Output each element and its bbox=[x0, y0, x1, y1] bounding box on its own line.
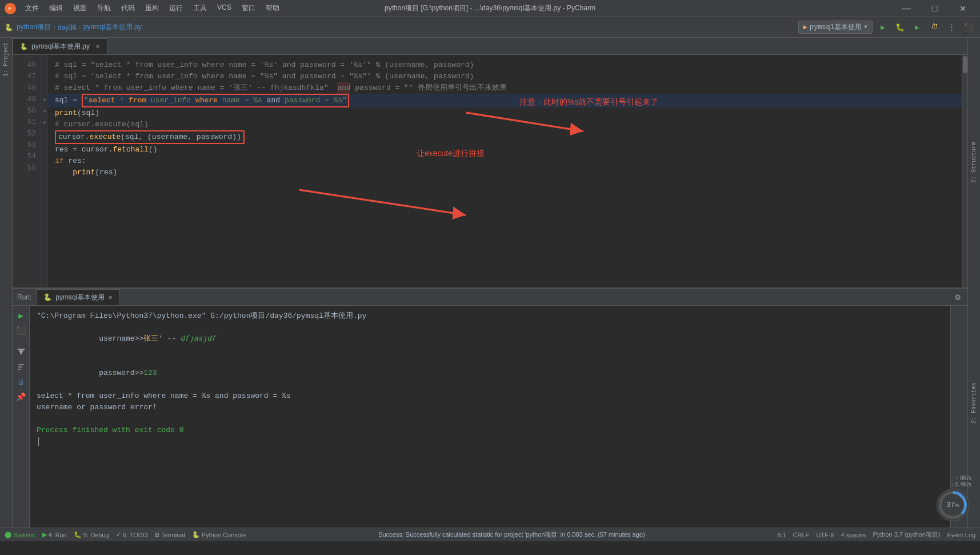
main-toolbar: 🐍 python项目 › day36 › pymsql基本使用.py ▶ pym… bbox=[0, 17, 980, 38]
coverage-button[interactable]: ▶ bbox=[910, 21, 924, 34]
app-icon: P bbox=[5, 3, 16, 14]
output-line-3: password>>123 bbox=[37, 356, 943, 390]
code-line-53: res = cursor.fetchall() bbox=[48, 144, 962, 155]
title-bar: P 文件 编辑 视图 导航 代码 重构 运行 工具 VCS 窗口 帮助 pyth… bbox=[0, 0, 980, 17]
memory-total: ↓ 0.4K/s bbox=[951, 481, 971, 488]
breadcrumb: 🐍 python项目 › day36 › pymsql基本使用.py bbox=[5, 22, 142, 32]
favorites-label[interactable]: 2: Favorites bbox=[971, 382, 977, 424]
menu-view[interactable]: 视图 bbox=[69, 2, 91, 14]
stop-run-button[interactable]: ⬛ bbox=[15, 324, 27, 337]
code-line-54: if res: bbox=[48, 155, 962, 167]
run-button[interactable]: ▶ bbox=[876, 21, 890, 34]
scroll-to-end-button[interactable] bbox=[15, 346, 27, 358]
python-console-status[interactable]: 🐍 Python Console bbox=[192, 531, 246, 538]
filter-button[interactable]: 🖨 bbox=[15, 376, 27, 388]
code-line-48: # select * from user_info where name = '… bbox=[48, 82, 962, 94]
debug-status[interactable]: 🐛 5: Debug bbox=[74, 531, 109, 538]
window-title: python项目 [G:\python项目] - ...\day36\pymsq… bbox=[385, 3, 595, 13]
file-tab[interactable]: 🐍 pymsql基本使用.py ✕ bbox=[13, 38, 107, 54]
concurrency-button[interactable]: ⋮ bbox=[945, 21, 958, 34]
run-control-buttons: ▶ ⬛ 🖨 📌 bbox=[13, 306, 30, 528]
line-numbers: 46 47 48 49 50 51 52 53 54 55 bbox=[13, 55, 41, 288]
menu-edit[interactable]: 编辑 bbox=[45, 2, 67, 14]
run-status-icon: ▶ bbox=[42, 531, 47, 538]
menu-refactor[interactable]: 重构 bbox=[141, 2, 163, 14]
run-settings-button[interactable]: ⚙ bbox=[953, 292, 963, 303]
menu-help[interactable]: 帮助 bbox=[261, 2, 284, 14]
menu-vcs[interactable]: VCS bbox=[213, 2, 236, 14]
run-label: Run: bbox=[17, 293, 31, 301]
output-line-exit: Process finished with exit code 0 bbox=[37, 425, 943, 436]
code-editor: 46 47 48 49 50 51 52 53 54 55 ⊘ bbox=[13, 55, 967, 288]
menu-navigate[interactable]: 导航 bbox=[93, 2, 115, 14]
menu-tools[interactable]: 工具 bbox=[189, 2, 211, 14]
statistic-icon: ⬤ bbox=[5, 531, 11, 538]
debug-status-icon: 🐛 bbox=[74, 531, 82, 538]
run-tab-close[interactable]: ✕ bbox=[108, 294, 113, 301]
rerun-button[interactable]: ▶ bbox=[15, 309, 27, 322]
run-panel: Run: 🐍 pymsql基本使用 ✕ ⚙ ▶ ⬛ bbox=[13, 288, 967, 528]
todo-status[interactable]: ✓ 6: TODO bbox=[116, 531, 148, 538]
svg-rect-6 bbox=[18, 349, 25, 350]
tab-label: pymsql基本使用.py bbox=[31, 42, 90, 51]
sort-alphabetically-button[interactable] bbox=[15, 361, 27, 373]
python-version[interactable]: Python 3.7 (python项目) bbox=[873, 530, 940, 539]
svg-line-4 bbox=[299, 190, 466, 215]
output-line-4: select * from user_info where name = %s … bbox=[37, 390, 943, 402]
run-tab-icon: 🐍 bbox=[43, 293, 52, 301]
right-panel[interactable]: 2: Structure 2: Favorites bbox=[967, 38, 980, 528]
code-line-55: print(res) bbox=[48, 167, 962, 178]
breadcrumb-file[interactable]: pymsql基本使用.py bbox=[83, 22, 142, 32]
run-config-selector[interactable]: ▶ pymsql基本使用 ▼ bbox=[798, 21, 873, 34]
code-line-50: print(sql) bbox=[48, 107, 962, 119]
run-status[interactable]: ▶ 4: Run bbox=[42, 531, 67, 538]
output-line-1: "C:\Program Files\Python37\python.exe" G… bbox=[37, 310, 943, 322]
profile-button[interactable]: ⏱ bbox=[927, 21, 941, 34]
breadcrumb-project[interactable]: python项目 bbox=[17, 22, 51, 32]
window-controls: — □ ✕ bbox=[894, 1, 975, 17]
line-ending[interactable]: CRLF bbox=[793, 532, 810, 538]
code-line-49: sql = "select * from user_info where nam… bbox=[48, 94, 962, 107]
editor-tab-bar: 🐍 pymsql基本使用.py ✕ bbox=[13, 38, 967, 55]
menu-file[interactable]: 文件 bbox=[21, 2, 43, 14]
code-line-47: # sql = 'select * from user_info where n… bbox=[48, 71, 962, 82]
todo-icon: ✓ bbox=[116, 531, 121, 538]
run-output: "C:\Program Files\Python37\python.exe" G… bbox=[30, 306, 950, 528]
success-message: Success: Successfully calculated statist… bbox=[378, 530, 645, 539]
statistic-status[interactable]: ⬤ Statistic bbox=[5, 531, 35, 538]
encoding[interactable]: UTF-8 bbox=[816, 532, 834, 538]
close-button[interactable]: ✕ bbox=[950, 1, 975, 17]
minimize-button[interactable]: — bbox=[894, 1, 919, 17]
menu-window[interactable]: 窗口 bbox=[237, 2, 260, 14]
python-file-icon: 🐍 bbox=[20, 43, 28, 50]
svg-text:P: P bbox=[9, 6, 11, 11]
terminal-status[interactable]: ⊞ Terminal bbox=[154, 531, 185, 538]
memory-gauge[interactable]: 37% ↑ 0K/s ↓ 0.4K/s bbox=[934, 486, 971, 524]
pin-tab-button[interactable]: 📌 bbox=[15, 390, 27, 403]
menu-code[interactable]: 代码 bbox=[117, 2, 139, 14]
output-line-2: username>>张三' -- dfjasjdf bbox=[37, 322, 943, 356]
debug-button[interactable]: 🐛 bbox=[893, 21, 907, 34]
code-line-52: cursor.execute(sql, (username, password)… bbox=[48, 130, 962, 144]
breadcrumb-folder[interactable]: day36 bbox=[58, 23, 77, 31]
terminal-icon: ⊞ bbox=[154, 531, 159, 538]
svg-marker-7 bbox=[19, 350, 23, 355]
gutter: ⊘ ⊘ ⊘ bbox=[41, 55, 48, 288]
tab-close-icon[interactable]: ✕ bbox=[95, 43, 100, 50]
editor-scrollbar[interactable] bbox=[962, 55, 967, 288]
project-panel-toggle[interactable]: 1: Project bbox=[0, 38, 13, 528]
menu-run[interactable]: 运行 bbox=[165, 2, 187, 14]
structure-label[interactable]: 2: Structure bbox=[971, 142, 977, 183]
indent-setting[interactable]: 4 spaces bbox=[841, 532, 866, 538]
project-label[interactable]: 1: Project bbox=[3, 42, 9, 77]
run-tab[interactable]: 🐍 pymsql基本使用 ✕ bbox=[36, 289, 120, 305]
event-log[interactable]: Event Log bbox=[947, 532, 975, 538]
cursor-position[interactable]: 8:1 bbox=[777, 532, 786, 538]
stop-button[interactable]: ⬛ bbox=[962, 21, 975, 34]
code-line-46: # sql = "select * from user_info where n… bbox=[48, 59, 962, 71]
maximize-button[interactable]: □ bbox=[922, 1, 947, 17]
code-content[interactable]: # sql = "select * from user_info where n… bbox=[48, 55, 962, 288]
run-tab-label: pymsql基本使用 bbox=[55, 293, 105, 302]
breadcrumb-icon: 🐍 bbox=[5, 23, 13, 31]
run-tab-bar: Run: 🐍 pymsql基本使用 ✕ ⚙ bbox=[13, 289, 967, 306]
